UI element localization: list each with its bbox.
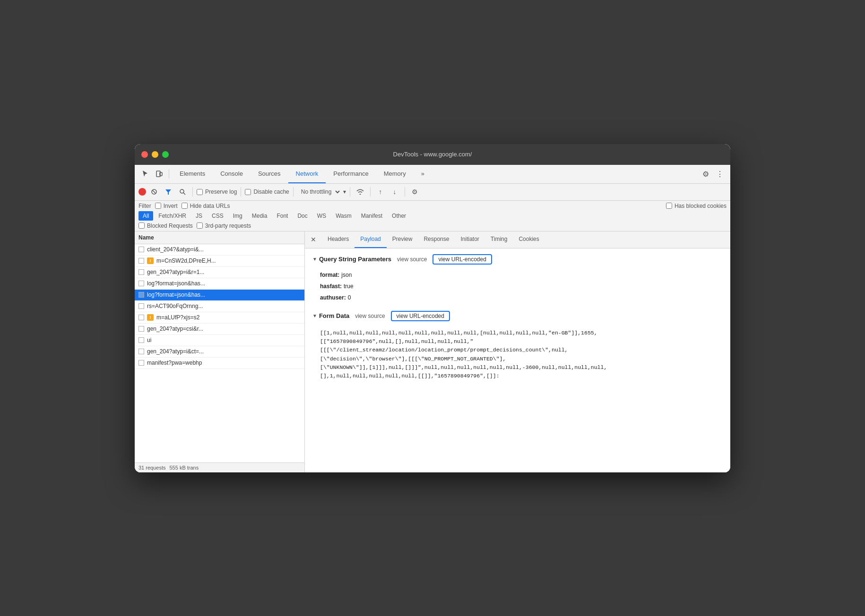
download-icon[interactable]: ↓	[389, 186, 401, 198]
blocked-requests-checkbox[interactable]	[138, 222, 145, 229]
more-options-icon[interactable]: ⋮	[713, 167, 727, 180]
maximize-button[interactable]	[162, 151, 169, 158]
req-name-4: log?format=json&has...	[147, 280, 301, 287]
transfer-size: 555 kB trans	[169, 465, 199, 471]
requests-count: 31 requests	[138, 465, 165, 471]
tab-payload[interactable]: Payload	[355, 231, 386, 248]
form-data-triangle[interactable]: ▼	[312, 313, 317, 318]
tab-network[interactable]: Network	[288, 165, 326, 184]
filter-btn-font[interactable]: Font	[272, 211, 292, 221]
request-item-7[interactable]: ! m=aLUfP?xjs=s2	[135, 312, 304, 324]
tab-preview[interactable]: Preview	[387, 231, 418, 248]
network-settings-icon[interactable]: ⚙	[409, 186, 421, 198]
preserve-log-label[interactable]: Preserve log	[197, 188, 237, 195]
filter-btn-all[interactable]: All	[138, 211, 153, 221]
tab-performance[interactable]: Performance	[326, 165, 376, 184]
request-item-6[interactable]: rs=ACT90oFqOrnng...	[135, 301, 304, 312]
tab-more[interactable]: »	[414, 165, 432, 184]
settings-icon[interactable]: ⚙	[699, 167, 712, 180]
request-item-8[interactable]: gen_204?atyp=csi&r...	[135, 324, 304, 335]
req-checkbox-8[interactable]	[138, 326, 144, 332]
close-detail-button[interactable]: ✕	[309, 235, 318, 244]
request-item-1[interactable]: client_204?&atyp=i&...	[135, 244, 304, 256]
blocked-requests-label[interactable]: Blocked Requests	[138, 222, 193, 229]
request-item-9[interactable]: ui	[135, 335, 304, 346]
filter-btn-wasm[interactable]: Wasm	[331, 211, 356, 221]
filter-icon[interactable]	[162, 186, 174, 198]
tab-sources[interactable]: Sources	[251, 165, 288, 184]
filter-btn-media[interactable]: Media	[248, 211, 272, 221]
invert-label[interactable]: Invert	[155, 203, 178, 209]
tab-elements[interactable]: Elements	[172, 165, 213, 184]
req-checkbox-2[interactable]	[138, 258, 144, 264]
net-divider4	[350, 187, 350, 197]
param-value-format: json	[341, 271, 352, 279]
throttle-select[interactable]: No throttling	[297, 187, 341, 197]
request-item-4[interactable]: log?format=json&has...	[135, 278, 304, 290]
filter-btn-img[interactable]: Img	[229, 211, 247, 221]
throttle-dropdown-icon[interactable]: ▾	[343, 188, 346, 195]
req-checkbox-1[interactable]	[138, 247, 144, 252]
req-checkbox-11[interactable]	[138, 360, 144, 366]
tab-headers[interactable]: Headers	[322, 231, 355, 248]
request-item-5[interactable]: log?format=json&has...	[135, 290, 304, 301]
device-toggle-icon[interactable]	[153, 167, 166, 180]
param-row-format: format: json	[312, 269, 723, 281]
req-checkbox-4[interactable]	[138, 281, 144, 286]
search-icon[interactable]	[176, 186, 189, 198]
has-blocked-cookies-checkbox[interactable]	[666, 203, 672, 209]
hide-data-urls-label[interactable]: Hide data URLs	[182, 203, 230, 209]
request-item-3[interactable]: gen_204?atyp=i&r=1...	[135, 267, 304, 278]
filter-btn-ws[interactable]: WS	[313, 211, 330, 221]
filter-btn-manifest[interactable]: Manifest	[357, 211, 387, 221]
query-params-view-source[interactable]: view source	[397, 256, 427, 263]
request-item-10[interactable]: gen_204?atyp=i&ct=...	[135, 346, 304, 358]
req-checkbox-5[interactable]	[138, 292, 144, 298]
filter-btn-fetch-xhr[interactable]: Fetch/XHR	[154, 211, 190, 221]
clear-icon[interactable]	[148, 186, 160, 198]
third-party-checkbox[interactable]	[197, 222, 203, 229]
req-checkbox-10[interactable]	[138, 349, 144, 354]
tab-timing[interactable]: Timing	[485, 231, 513, 248]
titlebar: DevTools - www.google.com/	[135, 144, 730, 165]
filter-btn-css[interactable]: CSS	[208, 211, 228, 221]
param-key-hasfast: hasfast:	[320, 282, 342, 291]
request-item-11[interactable]: manifest?pwa=webhp	[135, 358, 304, 369]
detail-tabs: ✕ Headers Payload Preview Response Initi…	[305, 231, 730, 248]
disable-cache-label[interactable]: Disable cache	[245, 188, 289, 195]
top-toolbar: Elements Console Sources Network Perform…	[135, 165, 730, 184]
close-button[interactable]	[141, 151, 148, 158]
hide-data-urls-checkbox[interactable]	[182, 203, 188, 209]
query-params-triangle[interactable]: ▼	[312, 257, 317, 262]
filter-btn-js[interactable]: JS	[191, 211, 207, 221]
request-item-2[interactable]: ! m=CnSW2d,DPreE,H...	[135, 256, 304, 267]
tab-initiator[interactable]: Initiator	[455, 231, 484, 248]
req-name-1: client_204?&atyp=i&...	[147, 246, 301, 253]
cursor-icon[interactable]	[138, 167, 152, 180]
third-party-label[interactable]: 3rd-party requests	[197, 222, 251, 229]
form-data-title: ▼ Form Data	[312, 312, 349, 319]
filter-btn-doc[interactable]: Doc	[293, 211, 311, 221]
filter-btn-other[interactable]: Other	[388, 211, 410, 221]
wifi-icon[interactable]	[354, 186, 366, 198]
req-checkbox-9[interactable]	[138, 337, 144, 343]
record-button[interactable]	[138, 188, 146, 196]
preserve-log-checkbox[interactable]	[197, 189, 203, 195]
tab-memory[interactable]: Memory	[376, 165, 414, 184]
req-checkbox-6[interactable]	[138, 303, 144, 309]
tab-console[interactable]: Console	[213, 165, 251, 184]
query-params-view-url-encoded[interactable]: view URL-encoded	[432, 254, 492, 265]
disable-cache-checkbox[interactable]	[245, 189, 251, 195]
form-data-view-url-encoded[interactable]: view URL-encoded	[391, 311, 450, 321]
invert-checkbox[interactable]	[155, 203, 161, 209]
upload-icon[interactable]: ↑	[374, 186, 387, 198]
form-data-view-source[interactable]: view source	[355, 313, 385, 319]
has-blocked-cookies-label[interactable]: Has blocked cookies	[666, 203, 727, 209]
minimize-button[interactable]	[152, 151, 158, 158]
tab-cookies[interactable]: Cookies	[513, 231, 545, 248]
net-divider1	[192, 187, 193, 197]
req-checkbox-7[interactable]	[138, 315, 144, 320]
main-content: Name client_204?&atyp=i&... ! m=CnSW2d,D…	[135, 231, 730, 472]
req-checkbox-3[interactable]	[138, 269, 144, 275]
tab-response[interactable]: Response	[418, 231, 455, 248]
